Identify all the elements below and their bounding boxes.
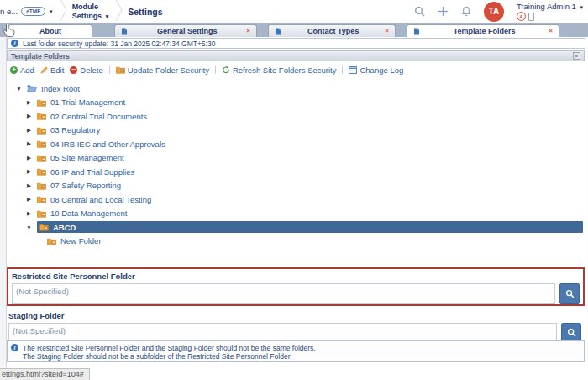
tree-item-label: Index Root [41, 84, 80, 93]
tree-item-child[interactable]: New Folder [7, 235, 585, 249]
chevron-down-icon[interactable] [25, 224, 33, 230]
chevron-right-icon[interactable] [25, 155, 33, 161]
restricted-folder-value[interactable]: (Not Specified) [12, 283, 555, 304]
locked-folder-icon [47, 237, 56, 245]
refresh-site-folders-security-button[interactable]: Refresh Site Folders Security [222, 66, 337, 75]
chevron-right-icon[interactable] [25, 168, 33, 175]
tree-item[interactable]: 10 Data Management [7, 207, 585, 221]
delete-button[interactable]: Delete [70, 66, 102, 75]
chevron-right-icon[interactable] [25, 196, 33, 203]
tab-template-folders[interactable]: Template Folders [407, 24, 559, 37]
tree-item-label: 08 Central and Local Testing [50, 195, 151, 204]
tree-item[interactable]: 04 IRB IEC and Other Approvals [7, 137, 585, 151]
document-icon [121, 28, 128, 35]
staging-folder-value[interactable]: (Not Specified) [8, 323, 557, 342]
restricted-folder-section: Restricted Site Personnel Folder (Not Sp… [7, 267, 585, 306]
chevron-down-icon[interactable] [15, 86, 23, 92]
restricted-folder-search-button[interactable] [559, 283, 580, 304]
add-button[interactable]: Add [10, 66, 34, 75]
tab-general-settings[interactable]: General Settings [114, 24, 257, 37]
folders-toolbar: Add Edit Delete Update Folder Security R… [7, 61, 585, 78]
tree-item-label: New Folder [60, 236, 102, 245]
security-update-banner: Last folder security update: 31 Jan 2025… [7, 38, 585, 49]
folder-security-icon [116, 66, 125, 74]
toolbar-separator [215, 66, 216, 74]
update-folder-security-button[interactable]: Update Folder Security [116, 66, 209, 75]
tree-item[interactable]: 02 Central Trial Documents [7, 109, 585, 124]
tree-item[interactable]: 01 Trial Management [7, 96, 585, 110]
note-line-2: The Staging Folder should not be a subfo… [23, 352, 316, 361]
change-log-button[interactable]: Change Log [349, 66, 403, 75]
tree-item-selected[interactable]: ABCD [7, 220, 585, 235]
add-label: Add [20, 66, 34, 75]
edit-button[interactable]: Edit [40, 66, 64, 75]
chevron-right-icon[interactable] [25, 210, 33, 217]
delete-icon [70, 66, 77, 74]
chevron-down-icon[interactable]: ▾ [50, 8, 53, 15]
delete-label: Delete [80, 66, 102, 75]
security-update-text: Last folder security update: 31 Jan 2025… [23, 40, 215, 48]
selected-row-highlight[interactable]: ABCD [37, 221, 583, 233]
search-icon[interactable] [414, 6, 425, 17]
toolbar-separator [342, 66, 343, 74]
chevron-down-icon[interactable]: ▾ [106, 13, 109, 19]
user-status-badges: A [517, 12, 585, 21]
tree-item[interactable]: 03 Regulatory [7, 124, 585, 138]
user-name-row: Training Admin 1 ▾ [517, 2, 585, 11]
tree-item-label: 04 IRB IEC and Other Approvals [50, 140, 165, 149]
locked-folder-icon [37, 182, 46, 190]
tree-item[interactable]: 07 Safety Reporting [7, 179, 585, 193]
chevron-right-icon[interactable] [25, 182, 33, 189]
chevron-right-icon[interactable] [25, 99, 33, 106]
document-icon [413, 28, 420, 35]
tree-item[interactable]: 06 IP and Trial Supplies [7, 165, 585, 179]
avatar[interactable]: TA [484, 2, 504, 22]
page-title: Settings [128, 7, 162, 17]
tab-label: Template Folders [423, 27, 545, 35]
breadcrumb-truncated[interactable]: n e... [0, 7, 18, 16]
add-plus-icon[interactable] [438, 6, 449, 17]
tab-close-icon[interactable] [385, 28, 389, 34]
restricted-folder-label: Restricted Site Personnel Folder [12, 272, 580, 281]
edit-pencil-icon [40, 66, 48, 74]
user-menu[interactable]: Training Admin 1 ▾ A [517, 2, 585, 21]
note-lines: The Restricted Site Personnel Folder and… [23, 344, 316, 361]
module-line2-wrap: Settings ▾ [72, 12, 111, 21]
open-folder-icon [27, 84, 37, 92]
tree-item-index-root[interactable]: Index Root [7, 82, 585, 96]
chevron-right-icon[interactable] [25, 127, 33, 134]
chevron-down-icon[interactable]: ▾ [580, 4, 583, 10]
locked-folder-icon [37, 209, 46, 218]
breadcrumb-module-settings[interactable]: Module Settings ▾ [72, 3, 111, 21]
etmf-badge[interactable]: eTMF [21, 7, 45, 16]
tree-item[interactable]: 08 Central and Local Testing [7, 193, 585, 207]
collapse-panel-icon[interactable] [573, 52, 580, 60]
status-url: ettings.html?siteId=104# [0, 368, 90, 380]
note-line-1: The Restricted Site Personnel Folder and… [23, 344, 316, 352]
toolbar-separator [109, 66, 110, 74]
module-line2: Settings [72, 12, 102, 20]
tree-item[interactable]: 05 Site Management [7, 151, 585, 166]
tab-about[interactable]: About [8, 24, 92, 37]
bell-icon[interactable] [461, 6, 471, 17]
tab-label: General Settings [131, 27, 243, 35]
staging-folder-search-button[interactable] [561, 323, 581, 342]
chevron-right-icon[interactable] [25, 140, 33, 147]
change-log-icon [349, 66, 357, 74]
tab-close-icon[interactable] [549, 28, 553, 34]
tab-contact-types[interactable]: Contact Types [268, 24, 396, 37]
panel-header: Template Folders [7, 50, 585, 61]
staging-folder-label: Staging Folder [8, 311, 581, 320]
tree-item-label: 02 Central Trial Documents [50, 112, 147, 121]
locked-folder-icon [37, 195, 46, 203]
tab-close-icon[interactable] [246, 28, 250, 34]
search-icon [565, 289, 575, 298]
locked-folder-icon [37, 98, 46, 107]
user-name: Training Admin 1 [517, 2, 576, 11]
admin-role-icon: A [517, 12, 526, 21]
staging-folder-row: (Not Specified) [8, 323, 581, 342]
breadcrumb-separator-icon [60, 0, 67, 24]
locked-folder-icon [39, 223, 49, 231]
locked-folder-icon [37, 154, 46, 162]
chevron-right-icon[interactable] [25, 113, 33, 119]
